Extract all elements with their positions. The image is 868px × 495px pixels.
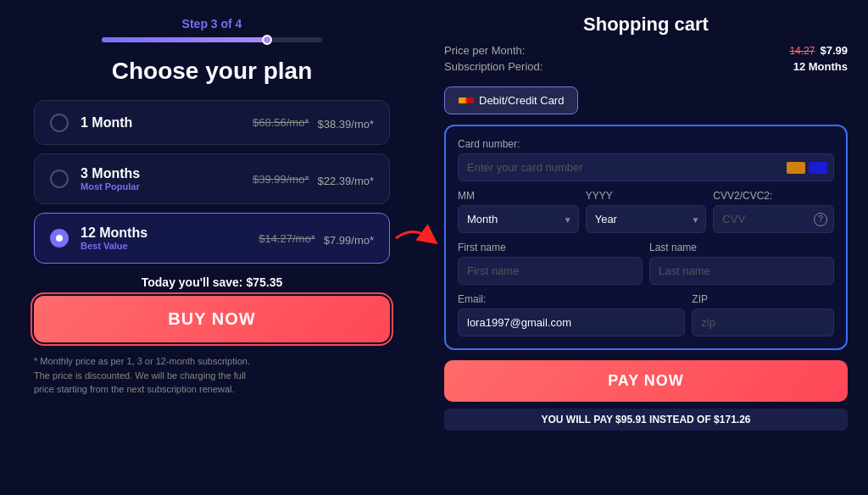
right-panel: Shopping cart Price per Month: 14.27 $7.…	[424, 0, 868, 495]
plan-name-3months: 3 Months	[81, 166, 253, 181]
total-note: YOU WILL PAY $95.91 INSTEAD OF $171.26	[444, 409, 848, 431]
cvv-label: CVV2/CVC2:	[713, 190, 834, 202]
yyyy-col: YYYY Year2024202520262027202820292030203…	[586, 190, 707, 233]
cart-row-period: Subscription Period: 12 Months	[444, 60, 848, 73]
yyyy-label: YYYY	[586, 190, 707, 202]
price-per-month-values: 14.27 $7.99	[789, 44, 848, 57]
mm-label: MM	[458, 190, 579, 202]
plan-item-12months[interactable]: 12 Months Best Value $14.27/mo* $7.99/mo…	[34, 213, 390, 264]
first-name-input[interactable]	[458, 257, 643, 285]
plan-name-1month: 1 Month	[81, 115, 253, 131]
price-per-month-old: 14.27	[789, 45, 815, 57]
plan-info-3months: 3 Months Most Popular	[81, 166, 253, 192]
cart-summary: Price per Month: 14.27 $7.99 Subscriptio…	[444, 44, 848, 76]
plan-old-price-12months: $14.27/mo*	[259, 232, 315, 245]
name-row: First name Last name	[458, 242, 834, 285]
yyyy-select-wrapper: Year202420252026202720282029203020312032…	[586, 205, 707, 233]
yyyy-select[interactable]: Year202420252026202720282029203020312032…	[586, 205, 707, 233]
subscription-period-value: 12 Months	[793, 60, 848, 73]
last-name-label: Last name	[649, 242, 834, 253]
plan-radio-3months[interactable]	[50, 170, 69, 188]
card-form: Card number: MM MonthJanFebMarAprMayJunJ…	[444, 125, 848, 350]
plan-new-price-3months: $22.39/mo*	[318, 170, 375, 189]
pay-now-button[interactable]: PAY NOW	[444, 360, 848, 402]
left-panel: Step 3 of 4 Choose your plan 1 Month $68…	[0, 0, 424, 495]
plan-badge-12months: Best Value	[81, 241, 259, 251]
card-number-label: Card number:	[458, 138, 834, 150]
progress-bar-fill	[102, 37, 267, 42]
plan-pricing-12months: $14.27/mo* $7.99/mo*	[259, 229, 374, 248]
cvv-wrapper: ?	[713, 205, 834, 233]
plan-pricing-3months: $39.99/mo* $22.39/mo*	[253, 170, 374, 189]
plan-badge-3months: Most Popular	[81, 181, 253, 192]
first-name-label: First name	[458, 242, 643, 253]
cart-row-price: Price per Month: 14.27 $7.99	[444, 44, 848, 57]
buy-now-button[interactable]: BUY NOW	[34, 296, 390, 342]
disclaimer-text: * Monthly price as per 1, 3 or 12-month …	[34, 354, 390, 397]
mm-select-wrapper: MonthJanFebMarAprMayJunJulAugSepOctNovDe…	[458, 205, 579, 233]
zip-col: ZIP	[692, 293, 834, 336]
email-zip-row: Email: ZIP	[458, 293, 834, 336]
plan-info-12months: 12 Months Best Value	[81, 225, 259, 251]
progress-bar	[102, 37, 322, 42]
card-number-row	[458, 153, 834, 181]
progress-dot	[262, 35, 272, 45]
date-cvv-row: MM MonthJanFebMarAprMayJunJulAugSepOctNo…	[458, 190, 834, 233]
email-input[interactable]	[458, 309, 685, 336]
visa-icon	[809, 162, 827, 174]
plan-item-3months[interactable]: 3 Months Most Popular $39.99/mo* $22.39/…	[34, 153, 390, 204]
plan-new-price-12months: $7.99/mo*	[324, 229, 374, 248]
mm-col: MM MonthJanFebMarAprMayJunJulAugSepOctNo…	[458, 190, 579, 233]
page-title: Choose your plan	[112, 58, 312, 85]
cvv-col: CVV2/CVC2: ?	[713, 190, 834, 233]
last-name-input[interactable]	[649, 257, 834, 285]
email-label: Email:	[458, 293, 685, 305]
plan-old-price-1month: $68.56/mo*	[253, 116, 309, 129]
savings-text: Today you'll save: $75.35	[142, 275, 282, 289]
price-per-month-new: $7.99	[820, 44, 848, 57]
plan-old-price-3months: $39.99/mo*	[253, 173, 309, 186]
zip-input[interactable]	[692, 309, 834, 336]
plan-new-price-1month: $38.39/mo*	[318, 113, 375, 132]
payment-methods: Debit/Credit Card	[444, 86, 848, 114]
card-icon	[459, 97, 474, 103]
plan-pricing-1month: $68.56/mo* $38.39/mo*	[253, 113, 374, 132]
mm-select[interactable]: MonthJanFebMarAprMayJunJulAugSepOctNovDe…	[458, 205, 579, 233]
cvv-help-icon[interactable]: ?	[814, 213, 827, 226]
plan-info-1month: 1 Month	[81, 115, 253, 131]
plan-item-1month[interactable]: 1 Month $68.56/mo* $38.39/mo*	[34, 100, 390, 145]
plan-radio-1month[interactable]	[50, 114, 69, 132]
subscription-period-label: Subscription Period:	[444, 60, 542, 73]
plan-name-12months: 12 Months	[81, 225, 259, 241]
zip-label: ZIP	[692, 293, 834, 305]
card-number-input[interactable]	[458, 153, 834, 181]
card-icons	[787, 162, 827, 174]
step-label: Step 3 of 4	[182, 17, 242, 31]
mc-icon	[787, 162, 805, 174]
price-per-month-label: Price per Month:	[444, 44, 525, 57]
email-col: Email:	[458, 293, 685, 336]
last-name-col: Last name	[649, 242, 834, 285]
arrow-icon	[392, 221, 438, 255]
shopping-cart-title: Shopping cart	[444, 14, 848, 36]
plan-options: 1 Month $68.56/mo* $38.39/mo* 3 Months M…	[34, 100, 390, 264]
debit-credit-button[interactable]: Debit/Credit Card	[444, 86, 578, 114]
debit-credit-label: Debit/Credit Card	[479, 94, 564, 107]
first-name-col: First name	[458, 242, 643, 285]
plan-radio-12months[interactable]	[50, 229, 69, 248]
